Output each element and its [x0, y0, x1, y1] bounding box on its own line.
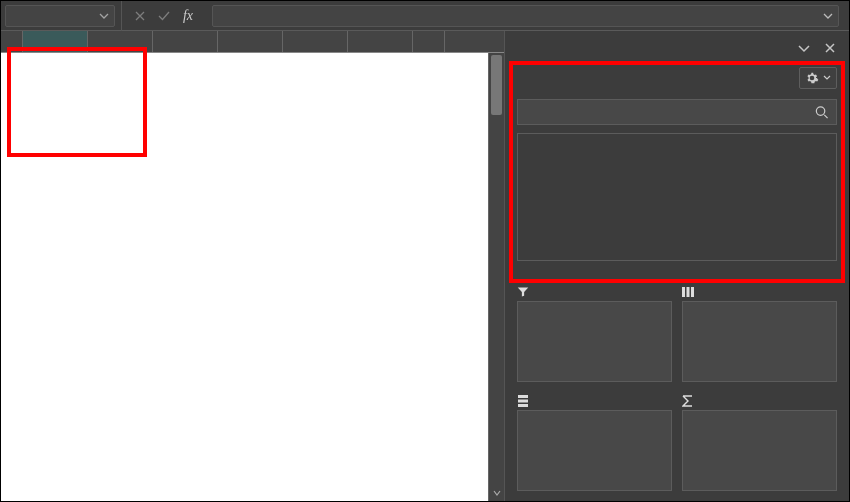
values-area[interactable] — [682, 392, 837, 491]
col-header[interactable] — [88, 31, 153, 52]
app-window: fx — [0, 0, 850, 502]
values-drop[interactable] — [682, 410, 837, 491]
svg-rect-5 — [518, 400, 528, 403]
col-header[interactable] — [218, 31, 283, 52]
close-icon[interactable] — [823, 41, 837, 55]
formula-bar-buttons: fx — [121, 1, 206, 31]
columns-drop[interactable] — [682, 301, 837, 382]
chevron-down-icon[interactable] — [823, 11, 833, 21]
pivottable-fields-pane — [504, 31, 849, 501]
name-box[interactable] — [5, 5, 115, 27]
filter-icon — [517, 286, 529, 298]
gear-icon — [805, 71, 819, 85]
confirm-icon[interactable] — [152, 5, 176, 27]
formula-input[interactable] — [212, 5, 839, 27]
svg-rect-3 — [691, 287, 694, 297]
rows-drop[interactable] — [517, 410, 672, 491]
vertical-scrollbar[interactable] — [488, 53, 504, 501]
svg-rect-6 — [518, 404, 528, 407]
filters-area[interactable] — [517, 283, 672, 382]
svg-point-0 — [816, 107, 824, 115]
columns-area[interactable] — [682, 283, 837, 382]
columns-icon — [682, 286, 694, 298]
field-list-options-button[interactable] — [799, 67, 837, 89]
worksheet[interactable] — [1, 31, 504, 501]
column-headers — [1, 31, 504, 53]
col-header[interactable] — [413, 31, 445, 52]
chevron-down-icon — [823, 74, 831, 82]
svg-rect-1 — [682, 287, 685, 297]
rows-icon — [517, 395, 529, 407]
rows-container — [1, 53, 504, 501]
svg-rect-4 — [518, 395, 528, 398]
field-list — [517, 133, 837, 261]
fx-icon[interactable]: fx — [176, 5, 200, 27]
col-header[interactable] — [23, 31, 88, 52]
col-header[interactable] — [283, 31, 348, 52]
drag-areas-label — [505, 269, 849, 283]
drop-areas — [505, 283, 849, 501]
filters-drop[interactable] — [517, 301, 672, 382]
chevron-down-icon[interactable] — [797, 41, 811, 55]
main-split — [1, 31, 849, 501]
chevron-down-icon[interactable] — [493, 489, 501, 497]
formula-bar: fx — [1, 1, 849, 31]
rows-area[interactable] — [517, 392, 672, 491]
col-header[interactable] — [153, 31, 218, 52]
scrollbar-thumb[interactable] — [491, 55, 502, 115]
sigma-icon — [682, 395, 693, 407]
search-icon — [814, 105, 829, 120]
search-input[interactable] — [517, 99, 837, 125]
col-header[interactable] — [348, 31, 413, 52]
select-all-corner[interactable] — [1, 31, 23, 52]
svg-rect-2 — [687, 287, 690, 297]
cancel-icon[interactable] — [128, 5, 152, 27]
